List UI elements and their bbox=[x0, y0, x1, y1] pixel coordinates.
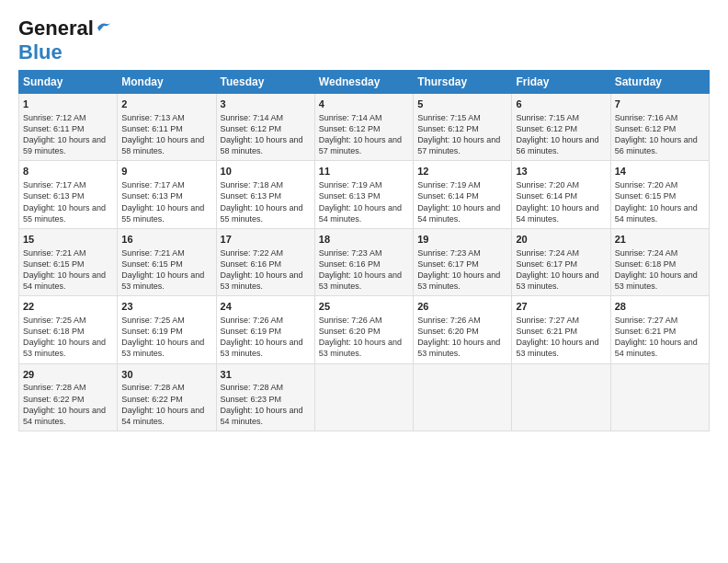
day-number: 6 bbox=[516, 98, 606, 111]
calendar-cell: 20 Sunrise: 7:24 AM Sunset: 6:17 PM Dayl… bbox=[512, 228, 610, 295]
day-number: 29 bbox=[23, 368, 113, 382]
sunrise-text: Sunrise: 7:22 AM bbox=[221, 247, 311, 259]
daylight-text: Daylight: 10 hours and 55 minutes. bbox=[23, 202, 113, 224]
calendar-cell: 11 Sunrise: 7:19 AM Sunset: 6:13 PM Dayl… bbox=[314, 161, 413, 228]
sunset-text: Sunset: 6:13 PM bbox=[121, 190, 211, 201]
day-header-saturday: Saturday bbox=[610, 71, 709, 94]
sunrise-text: Sunrise: 7:20 AM bbox=[615, 179, 705, 190]
daylight-text: Daylight: 10 hours and 54 minutes. bbox=[417, 202, 507, 224]
day-number: 17 bbox=[221, 233, 311, 247]
calendar-cell: 17 Sunrise: 7:22 AM Sunset: 6:16 PM Dayl… bbox=[216, 228, 314, 295]
day-number: 25 bbox=[319, 300, 409, 314]
sunrise-text: Sunrise: 7:19 AM bbox=[417, 179, 507, 190]
calendar-cell: 8 Sunrise: 7:17 AM Sunset: 6:13 PM Dayli… bbox=[19, 161, 118, 228]
sunrise-text: Sunrise: 7:28 AM bbox=[221, 382, 311, 393]
day-number: 1 bbox=[23, 98, 113, 111]
sunrise-text: Sunrise: 7:15 AM bbox=[417, 112, 507, 123]
daylight-text: Daylight: 10 hours and 54 minutes. bbox=[615, 202, 705, 224]
day-number: 23 bbox=[121, 300, 211, 314]
sunset-text: Sunset: 6:14 PM bbox=[516, 190, 606, 201]
sunrise-text: Sunrise: 7:27 AM bbox=[516, 315, 606, 326]
calendar-cell: 12 Sunrise: 7:19 AM Sunset: 6:14 PM Dayl… bbox=[414, 161, 512, 228]
day-header-sunday: Sunday bbox=[19, 71, 118, 94]
daylight-text: Daylight: 10 hours and 54 minutes. bbox=[319, 202, 409, 224]
day-number: 4 bbox=[319, 98, 409, 111]
sunset-text: Sunset: 6:19 PM bbox=[221, 326, 311, 337]
day-number: 2 bbox=[121, 98, 211, 111]
calendar-cell: 1 Sunrise: 7:12 AM Sunset: 6:11 PM Dayli… bbox=[19, 94, 118, 161]
calendar-cell: 13 Sunrise: 7:20 AM Sunset: 6:14 PM Dayl… bbox=[512, 161, 610, 228]
sunset-text: Sunset: 6:21 PM bbox=[615, 326, 705, 337]
calendar-cell: 6 Sunrise: 7:15 AM Sunset: 6:12 PM Dayli… bbox=[512, 94, 610, 161]
day-number: 14 bbox=[615, 165, 705, 178]
calendar-cell: 3 Sunrise: 7:14 AM Sunset: 6:12 PM Dayli… bbox=[216, 94, 314, 161]
day-number: 26 bbox=[417, 300, 507, 314]
sunrise-text: Sunrise: 7:21 AM bbox=[121, 247, 211, 259]
calendar-cell: 31 Sunrise: 7:28 AM Sunset: 6:23 PM Dayl… bbox=[216, 363, 314, 431]
calendar-cell: 23 Sunrise: 7:25 AM Sunset: 6:19 PM Dayl… bbox=[118, 296, 216, 363]
sunset-text: Sunset: 6:13 PM bbox=[221, 190, 311, 201]
sunset-text: Sunset: 6:11 PM bbox=[121, 123, 211, 134]
day-number: 3 bbox=[221, 98, 311, 111]
daylight-text: Daylight: 10 hours and 54 minutes. bbox=[23, 270, 113, 292]
sunset-text: Sunset: 6:20 PM bbox=[319, 326, 409, 337]
day-number: 20 bbox=[516, 233, 606, 247]
sunrise-text: Sunrise: 7:14 AM bbox=[221, 112, 311, 123]
calendar-table: SundayMondayTuesdayWednesdayThursdayFrid… bbox=[18, 70, 710, 431]
day-number: 9 bbox=[121, 165, 211, 178]
day-number: 11 bbox=[319, 165, 409, 178]
day-number: 15 bbox=[23, 233, 113, 247]
week-row-1: 1 Sunrise: 7:12 AM Sunset: 6:11 PM Dayli… bbox=[19, 94, 710, 161]
sunset-text: Sunset: 6:19 PM bbox=[121, 326, 211, 337]
day-number: 21 bbox=[615, 233, 705, 247]
calendar-cell: 16 Sunrise: 7:21 AM Sunset: 6:15 PM Dayl… bbox=[118, 228, 216, 295]
sunset-text: Sunset: 6:15 PM bbox=[121, 259, 211, 270]
sunset-text: Sunset: 6:15 PM bbox=[615, 190, 705, 201]
sunrise-text: Sunrise: 7:24 AM bbox=[615, 247, 705, 259]
daylight-text: Daylight: 10 hours and 53 minutes. bbox=[615, 270, 705, 292]
daylight-text: Daylight: 10 hours and 53 minutes. bbox=[417, 337, 507, 359]
daylight-text: Daylight: 10 hours and 53 minutes. bbox=[221, 270, 311, 292]
day-number: 13 bbox=[516, 165, 606, 178]
week-row-5: 29 Sunrise: 7:28 AM Sunset: 6:22 PM Dayl… bbox=[19, 363, 710, 431]
daylight-text: Daylight: 10 hours and 56 minutes. bbox=[615, 134, 705, 156]
sunset-text: Sunset: 6:17 PM bbox=[516, 259, 606, 270]
calendar-cell: 26 Sunrise: 7:26 AM Sunset: 6:20 PM Dayl… bbox=[414, 296, 512, 363]
day-number: 24 bbox=[221, 300, 311, 314]
day-number: 8 bbox=[23, 165, 113, 178]
daylight-text: Daylight: 10 hours and 53 minutes. bbox=[516, 337, 606, 359]
sunrise-text: Sunrise: 7:25 AM bbox=[23, 315, 113, 326]
daylight-text: Daylight: 10 hours and 53 minutes. bbox=[121, 337, 211, 359]
logo-blue: Blue bbox=[18, 40, 63, 63]
sunrise-text: Sunrise: 7:14 AM bbox=[319, 112, 409, 123]
sunrise-text: Sunrise: 7:13 AM bbox=[121, 112, 211, 123]
daylight-text: Daylight: 10 hours and 53 minutes. bbox=[516, 270, 606, 292]
sunset-text: Sunset: 6:12 PM bbox=[615, 123, 705, 134]
calendar-cell: 18 Sunrise: 7:23 AM Sunset: 6:16 PM Dayl… bbox=[314, 228, 413, 295]
sunrise-text: Sunrise: 7:25 AM bbox=[121, 315, 211, 326]
sunset-text: Sunset: 6:22 PM bbox=[121, 394, 211, 405]
sunset-text: Sunset: 6:11 PM bbox=[23, 123, 113, 134]
sunset-text: Sunset: 6:16 PM bbox=[319, 259, 409, 270]
calendar-cell: 28 Sunrise: 7:27 AM Sunset: 6:21 PM Dayl… bbox=[610, 296, 709, 363]
calendar-cell: 10 Sunrise: 7:18 AM Sunset: 6:13 PM Dayl… bbox=[216, 161, 314, 228]
week-row-4: 22 Sunrise: 7:25 AM Sunset: 6:18 PM Dayl… bbox=[19, 296, 710, 363]
day-header-monday: Monday bbox=[118, 71, 216, 94]
calendar-cell: 22 Sunrise: 7:25 AM Sunset: 6:18 PM Dayl… bbox=[19, 296, 118, 363]
daylight-text: Daylight: 10 hours and 53 minutes. bbox=[319, 270, 409, 292]
sunset-text: Sunset: 6:18 PM bbox=[615, 259, 705, 270]
week-row-2: 8 Sunrise: 7:17 AM Sunset: 6:13 PM Dayli… bbox=[19, 161, 710, 228]
daylight-text: Daylight: 10 hours and 54 minutes. bbox=[23, 405, 113, 427]
daylight-text: Daylight: 10 hours and 57 minutes. bbox=[319, 134, 409, 156]
sunrise-text: Sunrise: 7:23 AM bbox=[417, 247, 507, 259]
page-container: General Blue SundayMondayTuesdayWednesda… bbox=[0, 0, 728, 441]
daylight-text: Daylight: 10 hours and 57 minutes. bbox=[417, 134, 507, 156]
sunrise-text: Sunrise: 7:12 AM bbox=[23, 112, 113, 123]
calendar-cell: 25 Sunrise: 7:26 AM Sunset: 6:20 PM Dayl… bbox=[314, 296, 413, 363]
calendar-cell bbox=[314, 363, 413, 431]
sunrise-text: Sunrise: 7:28 AM bbox=[121, 382, 211, 393]
sunrise-text: Sunrise: 7:26 AM bbox=[221, 315, 311, 326]
sunrise-text: Sunrise: 7:21 AM bbox=[23, 247, 113, 259]
day-number: 19 bbox=[417, 233, 507, 247]
sunrise-text: Sunrise: 7:26 AM bbox=[417, 315, 507, 326]
